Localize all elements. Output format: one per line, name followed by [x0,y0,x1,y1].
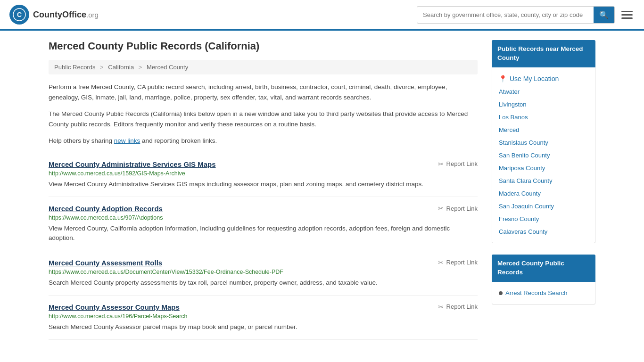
description-1: Perform a free Merced County, CA public … [49,82,478,102]
nearby-header: Public Records near Merced County [492,40,595,67]
nearby-section: Public Records near Merced County 📍 Use … [492,40,595,243]
sidebar: Public Records near Merced County 📍 Use … [492,40,595,340]
record-desc-0: View Merced County Administrative Servic… [49,180,478,189]
record-url-0[interactable]: http://www.co.merced.ca.us/1592/GIS-Maps… [49,170,478,177]
record-desc-1: View Merced County, California adoption … [49,224,478,243]
new-links-link[interactable]: new links [114,137,140,144]
svg-text:C: C [17,11,22,18]
nearby-link-3[interactable]: Merced [499,126,519,133]
records-sidebar-body: Arrest Records Search [492,282,595,304]
record-title-2[interactable]: Merced County Assessment Rolls [49,259,162,267]
breadcrumb-sep-1: > [100,64,104,71]
record-title-0[interactable]: Merced County Administrative Services GI… [49,160,216,168]
nearby-link-11[interactable]: Calaveras County [499,228,547,235]
nearby-item: Los Banos [492,111,595,123]
bullet-icon-0 [499,291,503,295]
nearby-link-7[interactable]: Santa Clara County [499,177,552,184]
nearby-link-1[interactable]: Livingston [499,101,527,108]
location-icon: 📍 [499,75,507,82]
content-area: Merced County Public Records (California… [49,40,478,340]
nearby-link-8[interactable]: Madera County [499,190,541,197]
main-container: Merced County Public Records (California… [39,31,605,349]
report-link-1[interactable]: Report Link [438,205,478,212]
record-header: Merced County Assessment Rolls Report Li… [49,259,478,267]
breadcrumb-public-records[interactable]: Public Records [54,64,95,71]
records-sidebar-list: Arrest Records Search [492,287,595,299]
nearby-item: San Benito County [492,149,595,162]
description-3: Help others by sharing new links and rep… [49,136,478,146]
breadcrumb: Public Records > California > Merced Cou… [49,60,478,74]
site-header: C CountyOffice.org 🔍 [0,0,644,31]
use-my-location-label[interactable]: Use My Location [510,75,559,82]
nearby-link-2[interactable]: Los Banos [499,114,528,121]
nearby-items-list: AtwaterLivingstonLos BanosMercedStanisla… [492,85,595,238]
nearby-link-6[interactable]: Mariposa County [499,165,545,172]
nearby-body: 📍 Use My Location AtwaterLivingstonLos B… [492,67,595,243]
scissors-icon-2 [438,259,444,266]
description-2: The Merced County Public Records (Califo… [49,109,478,129]
header-right: 🔍 [417,6,635,24]
record-item: Merced County Adoption Records Report Li… [49,197,478,251]
hamburger-line-3 [621,17,633,19]
nearby-link-9[interactable]: San Joaquin County [499,203,554,210]
nearby-item: Fresno County [492,213,595,225]
breadcrumb-merced-county[interactable]: Merced County [147,64,188,71]
record-desc-3: Search Merced County Assessor parcel map… [49,322,478,332]
nearby-item: Mariposa County [492,162,595,174]
record-header: Merced County Assessor County Maps Repor… [49,303,478,311]
report-link-2[interactable]: Report Link [438,259,478,266]
report-link-0[interactable]: Report Link [438,160,478,168]
use-my-location-item[interactable]: 📍 Use My Location [492,72,595,85]
description-3-pre: Help others by sharing [49,137,114,144]
search-icon: 🔍 [599,11,609,19]
hamburger-menu-button[interactable] [619,9,635,21]
scissors-icon-0 [438,160,444,168]
scissors-icon-3 [438,303,444,311]
nearby-item: Merced [492,123,595,136]
report-link-3[interactable]: Report Link [438,303,478,311]
nearby-item: Stanislaus County [492,136,595,149]
search-input[interactable] [417,8,594,22]
record-header: Merced County Administrative Services GI… [49,160,478,168]
logo-area: C CountyOffice.org [9,5,99,25]
record-url-1[interactable]: https://www.co.merced.ca.us/907/Adoption… [49,214,478,221]
nearby-link-10[interactable]: Fresno County [499,215,539,222]
logo-icon: C [9,5,29,25]
record-title-1[interactable]: Merced County Adoption Records [49,205,163,213]
nearby-item: Livingston [492,98,595,111]
records-sidebar-item: Arrest Records Search [492,287,595,299]
nearby-link-4[interactable]: Stanislaus County [499,139,548,146]
record-title-3[interactable]: Merced County Assessor County Maps [49,303,180,311]
nearby-item: San Joaquin County [492,200,595,213]
record-url-2[interactable]: https://www.co.merced.ca.us/DocumentCent… [49,269,478,275]
records-sidebar-header: Merced County Public Records [492,255,595,282]
records-sidebar-link-0[interactable]: Arrest Records Search [505,289,568,296]
search-bar: 🔍 [417,6,615,24]
page-title: Merced County Public Records (California… [49,40,478,52]
hamburger-line-1 [621,11,633,12]
record-item: Merced County Assessment Rolls Report Li… [49,251,478,296]
record-desc-2: Search Merced County property assessment… [49,278,478,288]
record-url-3[interactable]: http://www.co.merced.ca.us/196/Parcel-Ma… [49,313,478,320]
breadcrumb-sep-2: > [139,64,142,71]
nearby-item: Atwater [492,85,595,98]
description-3-post: and reporting broken links. [140,137,217,144]
records-list: Merced County Administrative Services GI… [49,153,478,340]
nearby-item: Calaveras County [492,225,595,238]
logo-text: CountyOffice.org [33,10,99,20]
record-item: Merced County Administrative Services GI… [49,153,478,197]
nearby-link-0[interactable]: Atwater [499,88,520,95]
nearby-link-5[interactable]: San Benito County [499,152,550,159]
hamburger-line-2 [621,14,633,16]
scissors-icon-1 [438,205,444,212]
records-section: Merced County Public Records Arrest Reco… [492,255,595,304]
record-header: Merced County Adoption Records Report Li… [49,205,478,213]
nearby-item: Madera County [492,187,595,200]
breadcrumb-california[interactable]: California [108,64,134,71]
search-button[interactable]: 🔍 [594,7,614,23]
nearby-item: Santa Clara County [492,174,595,187]
record-item: Merced County Assessor County Maps Repor… [49,296,478,340]
